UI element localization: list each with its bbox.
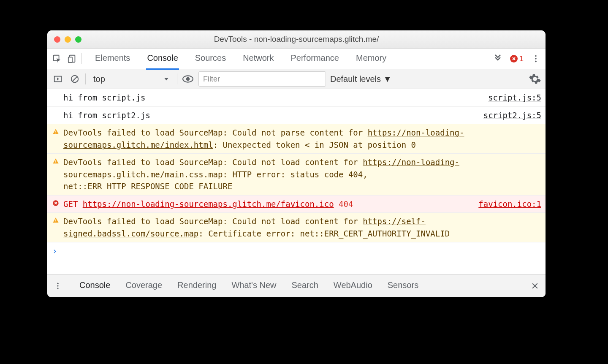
svg-rect-15 <box>55 219 56 221</box>
console-prompt[interactable]: › <box>47 242 546 260</box>
drawer-tabbar: Console Coverage Rendering What's New Se… <box>47 274 546 297</box>
console-warning-row[interactable]: DevTools failed to load SourceMap: Could… <box>47 124 546 154</box>
warning-text: DevTools failed to load SourceMap: Could… <box>63 127 541 151</box>
console-log-row[interactable]: hi from script.js script.js:5 <box>47 89 546 107</box>
warning-icon <box>52 156 60 193</box>
filter-input[interactable] <box>198 71 326 87</box>
devtools-window: DevTools - non-loading-sourcemaps.glitch… <box>47 30 546 297</box>
inspect-element-icon[interactable] <box>51 52 63 65</box>
panel-tabs: Elements Console Sources Network Perform… <box>94 49 387 69</box>
warning-text: DevTools failed to load SourceMap: Could… <box>63 156 541 193</box>
svg-point-5 <box>535 61 537 62</box>
console-warning-row[interactable]: DevTools failed to load SourceMap: Could… <box>47 154 546 196</box>
blank-icon <box>52 92 60 104</box>
separator <box>85 73 86 84</box>
log-levels-select[interactable]: Default levels ▼ <box>330 74 391 84</box>
separator <box>81 53 81 64</box>
svg-rect-2 <box>68 57 72 62</box>
window-title: DevTools - non-loading-sourcemaps.glitch… <box>47 35 546 44</box>
console-error-row[interactable]: GET https://non-loading-sourcemaps.glitc… <box>47 196 546 213</box>
svg-point-9 <box>186 77 190 81</box>
console-warning-row[interactable]: DevTools failed to load SourceMap: Could… <box>47 213 546 242</box>
source-link[interactable]: script.js:5 <box>488 92 541 104</box>
tab-network[interactable]: Network <box>242 48 274 70</box>
drawer-tab-sensors[interactable]: Sensors <box>388 274 418 298</box>
svg-rect-13 <box>55 163 56 163</box>
clear-console-icon[interactable] <box>68 73 81 85</box>
main-tabbar: Elements Console Sources Network Perform… <box>47 49 546 69</box>
tab-memory[interactable]: Memory <box>355 48 387 70</box>
log-text: hi from script.js <box>63 92 485 104</box>
tabbar-right: 1 <box>491 52 542 65</box>
svg-point-17 <box>57 283 58 284</box>
drawer-tab-whatsnew[interactable]: What's New <box>231 274 276 298</box>
svg-point-4 <box>535 58 537 60</box>
svg-rect-10 <box>55 130 56 132</box>
titlebar: DevTools - non-loading-sourcemaps.glitch… <box>47 30 546 49</box>
drawer-tab-search[interactable]: Search <box>291 274 318 298</box>
error-text: GET https://non-loading-sourcemaps.glitc… <box>63 198 475 210</box>
drawer-tab-coverage[interactable]: Coverage <box>125 274 162 298</box>
svg-rect-16 <box>55 222 56 222</box>
execution-context-select[interactable]: top <box>90 74 173 84</box>
svg-rect-12 <box>55 160 56 162</box>
tab-console[interactable]: Console <box>146 48 179 70</box>
context-label: top <box>93 74 105 84</box>
error-count-text: 1 <box>519 54 524 63</box>
source-link[interactable]: favicon.ico:1 <box>478 198 541 210</box>
svg-rect-11 <box>55 133 56 133</box>
close-drawer-icon[interactable] <box>529 280 541 292</box>
toggle-sidebar-icon[interactable] <box>52 73 64 85</box>
levels-label: Default levels <box>330 74 381 84</box>
warning-icon <box>52 215 60 239</box>
drawer-tab-webaudio[interactable]: WebAudio <box>334 274 372 298</box>
close-window-button[interactable] <box>54 36 60 43</box>
zoom-window-button[interactable] <box>75 36 81 43</box>
more-tabs-icon[interactable] <box>491 52 504 65</box>
tab-performance[interactable]: Performance <box>290 48 340 70</box>
blank-icon <box>52 109 60 122</box>
error-icon <box>510 55 518 62</box>
chevron-down-icon: ▼ <box>383 74 392 84</box>
drawer-menu-icon[interactable] <box>52 280 64 292</box>
kebab-menu-icon[interactable] <box>529 52 542 65</box>
url-link[interactable]: https://non-loading-sourcemaps.glitch.me… <box>83 199 334 209</box>
tab-elements[interactable]: Elements <box>94 48 131 70</box>
device-toolbar-icon[interactable] <box>66 52 79 65</box>
console-messages: hi from script.js script.js:5 hi from sc… <box>47 89 546 274</box>
warning-text: DevTools failed to load SourceMap: Could… <box>63 215 541 239</box>
traffic-lights <box>54 36 81 43</box>
console-settings-icon[interactable] <box>529 73 541 85</box>
separator <box>177 73 177 84</box>
svg-point-19 <box>57 288 58 289</box>
console-toolbar: top Default levels ▼ <box>47 69 546 89</box>
error-icon <box>52 198 60 210</box>
log-text: hi from script2.js <box>63 109 480 122</box>
live-expression-icon[interactable] <box>182 73 194 85</box>
svg-point-3 <box>535 55 537 57</box>
drawer-tab-rendering[interactable]: Rendering <box>177 274 216 298</box>
source-link[interactable]: script2.js:5 <box>483 109 541 122</box>
error-count-badge[interactable]: 1 <box>510 54 524 63</box>
console-log-row[interactable]: hi from script2.js script2.js:5 <box>47 107 546 125</box>
warning-icon <box>52 127 60 151</box>
tab-sources[interactable]: Sources <box>194 48 227 70</box>
svg-point-18 <box>57 285 58 286</box>
chevron-down-icon <box>163 76 169 82</box>
minimize-window-button[interactable] <box>65 36 71 43</box>
drawer-tab-console[interactable]: Console <box>79 274 110 298</box>
